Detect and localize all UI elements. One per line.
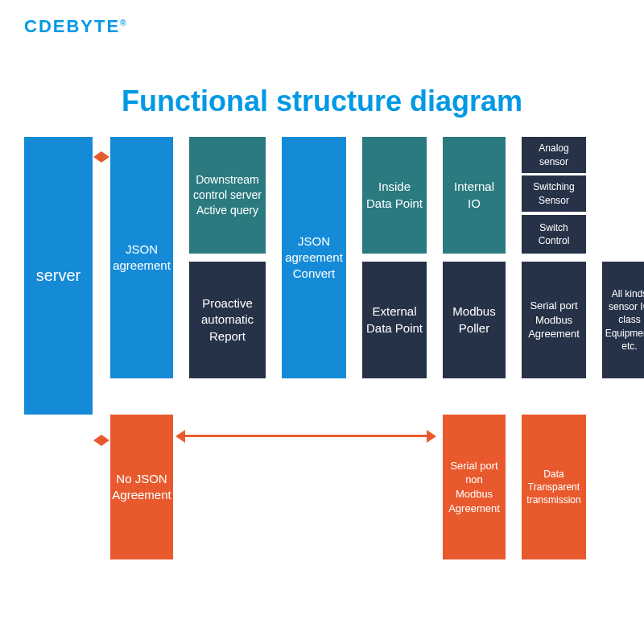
box-proactive: Proactive automatic Report [189, 262, 266, 378]
arrow-icon [427, 150, 443, 161]
box-analog: Analog sensor [522, 137, 586, 173]
box-modbus-poller: Modbus Poller [443, 262, 506, 378]
box-no-json: No JSON Agreement [110, 415, 173, 559]
box-all-kinds: All kinds sensor IO class Equipment, etc… [602, 262, 644, 378]
arrow-icon [173, 362, 189, 374]
box-serial-non-modbus: Serial port non Modbus Agreement [443, 415, 506, 559]
brand-logo: CDEBYTE® [24, 16, 128, 37]
arrow-icon [586, 314, 602, 325]
arrow-icon [173, 150, 189, 161]
box-switching: Switching Sensor [522, 175, 586, 212]
box-inside-dp: Inside Data Point [362, 137, 427, 254]
arrow-icon [266, 362, 282, 374]
box-json-convert: JSON agreement Convert [282, 137, 346, 378]
box-serial-modbus: Serial port Modbus Agreement [522, 262, 586, 378]
arrow-icon [506, 224, 522, 235]
box-data-transparent: Data Transparent transmission [522, 415, 586, 559]
arrow-icon [506, 427, 522, 438]
box-json-agreement: JSON agreement [110, 137, 173, 378]
box-internal-io: Internal IO [443, 137, 506, 254]
arrow-icon [266, 150, 282, 161]
box-downstream: Downstream control server Active query [189, 137, 266, 254]
logo-text: CDEBYTE [24, 16, 120, 36]
box-server: server [24, 137, 93, 415]
arrow-icon [346, 150, 362, 161]
diagram-title: Functional structure diagram [0, 85, 644, 118]
diagram-container: server JSON agreement Downstream control… [24, 137, 620, 564]
arrow-icon [506, 145, 522, 156]
box-external-dp: External Data Point [362, 262, 427, 378]
arrow-icon [346, 362, 362, 374]
box-switch-control: Switch Control [522, 215, 586, 254]
arrow-icon [93, 151, 110, 163]
arrow-icon [93, 435, 110, 446]
long-arrow-icon [185, 435, 427, 437]
